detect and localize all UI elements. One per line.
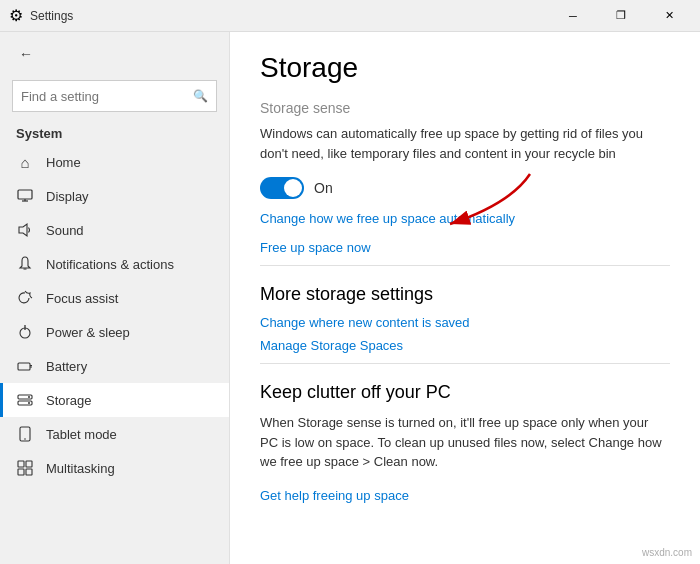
keep-clutter-desc: When Storage sense is turned on, it'll f… — [260, 413, 670, 472]
svg-rect-17 — [26, 461, 32, 467]
sidebar-nav-top: ← — [0, 32, 229, 76]
sidebar-item-label-sound: Sound — [46, 223, 84, 238]
content-area: Storage Storage sense Windows can automa… — [230, 32, 700, 564]
storage-sense-subtitle: Storage sense — [260, 100, 670, 116]
storage-sense-toggle[interactable] — [260, 177, 304, 199]
svg-rect-16 — [18, 461, 24, 467]
more-settings-heading: More storage settings — [260, 284, 670, 305]
sidebar-item-label-storage: Storage — [46, 393, 92, 408]
page-title: Storage — [260, 52, 670, 84]
power-icon — [16, 323, 34, 341]
toggle-label: On — [314, 180, 333, 196]
arrow-annotation — [420, 164, 550, 244]
battery-icon — [16, 357, 34, 375]
free-up-link[interactable]: Free up space now — [260, 240, 670, 255]
change-link[interactable]: Change how we free up space automaticall… — [260, 211, 515, 226]
sidebar-item-tablet[interactable]: Tablet mode — [0, 417, 229, 451]
svg-rect-7 — [18, 363, 30, 370]
keep-clutter-heading: Keep clutter off your PC — [260, 382, 670, 403]
svg-point-13 — [28, 402, 30, 404]
sidebar-item-home[interactable]: ⌂ Home — [0, 145, 229, 179]
sidebar-item-multitasking[interactable]: Multitasking — [0, 451, 229, 485]
sidebar-item-notifications[interactable]: Notifications & actions — [0, 247, 229, 281]
sidebar-item-label-notifications: Notifications & actions — [46, 257, 174, 272]
sidebar-item-sound[interactable]: Sound — [0, 213, 229, 247]
svg-point-15 — [24, 438, 26, 440]
restore-button[interactable]: ❐ — [598, 0, 644, 32]
sidebar-item-focus[interactable]: Focus assist — [0, 281, 229, 315]
sidebar-item-display[interactable]: Display — [0, 179, 229, 213]
search-icon: 🔍 — [193, 89, 208, 103]
sidebar-item-storage[interactable]: Storage — [0, 383, 229, 417]
watermark: wsxdn.com — [642, 547, 692, 558]
multitasking-icon — [16, 459, 34, 477]
close-button[interactable]: ✕ — [646, 0, 692, 32]
search-box[interactable]: 🔍 — [12, 80, 217, 112]
home-icon: ⌂ — [16, 153, 34, 171]
sidebar-item-label-display: Display — [46, 189, 89, 204]
help-link[interactable]: Get help freeing up space — [260, 488, 409, 503]
sidebar-item-label-home: Home — [46, 155, 81, 170]
sidebar-item-label-battery: Battery — [46, 359, 87, 374]
tablet-icon — [16, 425, 34, 443]
title-bar-title: Settings — [30, 9, 550, 23]
svg-rect-18 — [18, 469, 24, 475]
app-icon: ⚙ — [8, 8, 24, 24]
minimize-button[interactable]: ─ — [550, 0, 596, 32]
svg-rect-0 — [18, 190, 32, 199]
sidebar-item-power[interactable]: Power & sleep — [0, 315, 229, 349]
toggle-row: On — [260, 177, 670, 199]
storage-sense-description: Windows can automatically free up space … — [260, 124, 670, 163]
svg-point-12 — [28, 396, 30, 398]
svg-rect-19 — [26, 469, 32, 475]
sound-icon — [16, 221, 34, 239]
sidebar-item-battery[interactable]: Battery — [0, 349, 229, 383]
svg-marker-3 — [19, 224, 27, 236]
sidebar: ← 🔍 System ⌂ Home Display — [0, 32, 230, 564]
app-container: ← 🔍 System ⌂ Home Display — [0, 32, 700, 564]
divider-1 — [260, 265, 670, 266]
title-bar: ⚙ Settings ─ ❐ ✕ — [0, 0, 700, 32]
manage-spaces-link[interactable]: Manage Storage Spaces — [260, 338, 670, 353]
sidebar-item-label-power: Power & sleep — [46, 325, 130, 340]
change-content-link[interactable]: Change where new content is saved — [260, 315, 670, 330]
notifications-icon — [16, 255, 34, 273]
divider-2 — [260, 363, 670, 364]
window-controls: ─ ❐ ✕ — [550, 0, 692, 32]
sidebar-item-label-tablet: Tablet mode — [46, 427, 117, 442]
focus-icon — [16, 289, 34, 307]
back-button[interactable]: ← — [12, 40, 40, 68]
sidebar-section-label: System — [0, 120, 229, 145]
sidebar-item-label-multitasking: Multitasking — [46, 461, 115, 476]
display-icon — [16, 187, 34, 205]
sidebar-item-label-focus: Focus assist — [46, 291, 118, 306]
search-input[interactable] — [21, 89, 193, 104]
storage-icon — [16, 391, 34, 409]
